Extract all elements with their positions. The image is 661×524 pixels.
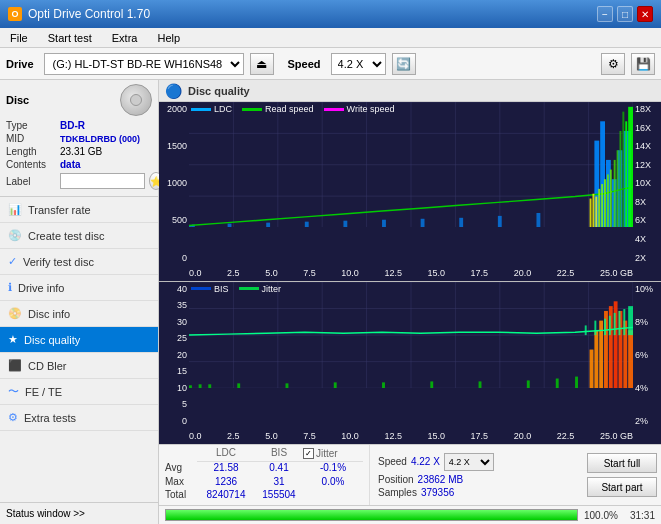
total-jitter [303, 489, 363, 503]
bottom-x-labels: 0.02.55.07.510.012.515.017.520.022.525.0… [189, 428, 633, 444]
total-label: Total [165, 489, 197, 503]
type-label: Type [6, 120, 56, 131]
speed-section: Speed 4.22 X 4.2 X Position 23862 MB Sam… [369, 445, 502, 505]
svg-rect-62 [199, 384, 202, 388]
ldc-legend-color [191, 108, 211, 111]
max-label: Max [165, 476, 197, 490]
transfer-rate-icon: 📊 [8, 203, 22, 216]
max-jitter: 0.0% [303, 476, 363, 490]
nav-disc-info[interactable]: 📀 Disc info [0, 301, 158, 327]
menu-help[interactable]: Help [151, 31, 186, 45]
svg-rect-44 [625, 121, 627, 227]
contents-value: data [60, 159, 81, 170]
svg-rect-82 [585, 325, 587, 335]
svg-rect-72 [575, 376, 578, 388]
svg-rect-43 [622, 112, 624, 228]
svg-rect-66 [334, 382, 337, 388]
settings-button[interactable]: ⚙ [601, 53, 625, 75]
status-window-button[interactable]: Status window >> [0, 502, 158, 524]
bottom-chart: BIS Jitter 4035302520151050 10%8%6%4%2% … [159, 282, 661, 444]
svg-rect-71 [556, 378, 559, 388]
fe-te-icon: 〜 [8, 384, 19, 399]
menu-extra[interactable]: Extra [106, 31, 144, 45]
type-value: BD-R [60, 120, 85, 131]
minimize-button[interactable]: − [597, 6, 613, 22]
app-title: Opti Drive Control 1.70 [28, 7, 150, 21]
drive-select[interactable]: (G:) HL-DT-ST BD-RE WH16NS48 1.D3 [44, 53, 244, 75]
speed-select[interactable]: 4.2 X [331, 53, 386, 75]
contents-label: Contents [6, 159, 56, 170]
progress-text: 100.0% [584, 510, 624, 521]
nav-extra-tests[interactable]: ⚙ Extra tests [0, 405, 158, 431]
speed-value: 4.22 X [411, 456, 440, 467]
samples-value: 379356 [421, 487, 454, 498]
title-bar: O Opti Drive Control 1.70 − □ ✕ [0, 0, 661, 28]
drive-info-icon: ℹ [8, 281, 12, 294]
svg-rect-38 [607, 174, 609, 227]
jitter-checkbox[interactable]: ✓ [303, 448, 314, 459]
speed-select-stat[interactable]: 4.2 X [444, 453, 494, 471]
svg-rect-34 [595, 197, 597, 228]
nav-drive-info[interactable]: ℹ Drive info [0, 275, 158, 301]
label-input[interactable] [60, 173, 145, 189]
top-y-labels-right: 18X16X14X12X10X8X6X4X2X [633, 102, 661, 265]
eject-button[interactable]: ⏏ [250, 53, 274, 75]
disc-section: Disc Type BD-R MID TDKBLDRBD (000) Lengt… [0, 80, 158, 197]
charts-wrapper: LDC Read speed Write speed 2000150010005… [159, 102, 661, 444]
samples-label: Samples [378, 487, 417, 498]
nav-create-test-disc[interactable]: 💿 Create test disc [0, 223, 158, 249]
write-legend-color [324, 108, 344, 111]
start-part-button[interactable]: Start part [587, 477, 657, 497]
total-ldc: 8240714 [197, 489, 255, 503]
time-text: 31:31 [630, 510, 655, 521]
svg-rect-73 [590, 349, 594, 388]
avg-bis: 0.41 [255, 462, 303, 476]
svg-rect-40 [614, 160, 616, 228]
close-button[interactable]: ✕ [637, 6, 653, 22]
bottom-y-labels-right: 10%8%6%4%2% [633, 282, 661, 428]
svg-rect-65 [286, 383, 289, 388]
ldc-header: LDC [197, 447, 255, 462]
svg-rect-24 [498, 216, 502, 228]
svg-rect-35 [598, 189, 600, 228]
verify-test-icon: ✓ [8, 255, 17, 268]
svg-rect-83 [594, 320, 596, 334]
menu-start-test[interactable]: Start test [42, 31, 98, 45]
svg-rect-41 [617, 150, 619, 227]
svg-rect-68 [430, 381, 433, 388]
stats-table: LDC BIS ✓ Jitter Avg 21.58 0.41 -0.1% Ma… [159, 445, 369, 505]
main-area: Disc Type BD-R MID TDKBLDRBD (000) Lengt… [0, 80, 661, 524]
bis-legend-label: BIS [214, 284, 229, 294]
nav-items: 📊 Transfer rate 💿 Create test disc ✓ Ver… [0, 197, 158, 502]
nav-cd-bler[interactable]: ⬛ CD Bler [0, 353, 158, 379]
create-test-icon: 💿 [8, 229, 22, 242]
speed-label: Speed [288, 58, 321, 70]
toolbar: Drive (G:) HL-DT-ST BD-RE WH16NS48 1.D3 … [0, 48, 661, 80]
maximize-button[interactable]: □ [617, 6, 633, 22]
nav-transfer-rate[interactable]: 📊 Transfer rate [0, 197, 158, 223]
write-legend-label: Write speed [347, 104, 395, 114]
svg-rect-64 [237, 383, 240, 388]
read-legend-label: Read speed [265, 104, 314, 114]
svg-rect-19 [305, 222, 309, 228]
refresh-button[interactable]: 🔄 [392, 53, 416, 75]
top-y-labels-left: 2000150010005000 [159, 102, 189, 265]
bis-legend-color [191, 287, 211, 290]
progress-fill [166, 510, 577, 520]
svg-rect-61 [189, 385, 192, 388]
mid-label: MID [6, 133, 56, 144]
avg-jitter: -0.1% [303, 462, 363, 476]
nav-verify-test-disc[interactable]: ✓ Verify test disc [0, 249, 158, 275]
nav-fe-te[interactable]: 〜 FE / TE [0, 379, 158, 405]
position-value: 23862 MB [418, 474, 464, 485]
svg-rect-63 [208, 384, 211, 388]
nav-disc-quality[interactable]: ★ Disc quality [0, 327, 158, 353]
extra-tests-icon: ⚙ [8, 411, 18, 424]
chart-title: Disc quality [188, 85, 250, 97]
right-panel: 🔵 Disc quality LDC Read speed [159, 80, 661, 524]
position-label: Position [378, 474, 414, 485]
menu-file[interactable]: File [4, 31, 34, 45]
svg-rect-86 [614, 313, 616, 335]
start-full-button[interactable]: Start full [587, 453, 657, 473]
save-button[interactable]: 💾 [631, 53, 655, 75]
